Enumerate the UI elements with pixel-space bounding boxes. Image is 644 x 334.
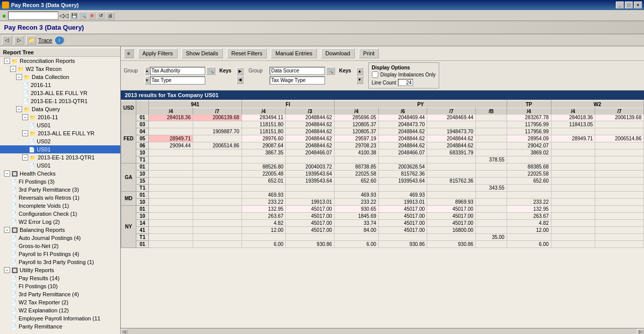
data-cell: 45017.00	[427, 206, 476, 213]
tree-w2-error-log[interactable]: 📄 W2 Error Log (2)	[0, 218, 120, 226]
data-cell: 469.93	[242, 192, 286, 199]
arrow2-down[interactable]: ▼	[356, 76, 363, 84]
tree-gross-to-net[interactable]: 📄 Gross-to-Net (2)	[0, 242, 120, 250]
tree-data-query[interactable]: − 📁 Data Query	[0, 105, 120, 113]
col-w2: W2	[551, 101, 643, 108]
back-icon[interactable]: ◁	[2, 36, 12, 45]
forward-icon[interactable]: ▷	[14, 36, 24, 45]
print-button[interactable]: Print	[359, 48, 379, 58]
tree-2013-all-ee-dc[interactable]: 📄 2013-ALL EE FULL YR	[0, 89, 120, 97]
find-icon[interactable]: 🔍	[78, 12, 88, 20]
tree-2013-all-dq[interactable]: − 📁 2013-ALL EE FULL YR	[0, 129, 120, 137]
toggle-dq[interactable]: −	[16, 106, 22, 112]
group1-lookup[interactable]: 🔍	[206, 67, 215, 75]
scroll-right[interactable]: ▷	[637, 329, 644, 335]
print-icon[interactable]: 🖨	[106, 12, 115, 20]
toggle-dc[interactable]: −	[16, 74, 22, 80]
stop-icon[interactable]: ⊗	[88, 12, 97, 20]
tree-payroll-3rd[interactable]: 📄 Payroll to 3rd Party Posting (1)	[0, 258, 120, 266]
close-button[interactable]: ×	[634, 2, 642, 9]
refresh-icon[interactable]: ↺	[97, 12, 106, 20]
tree-us01-ee1[interactable]: 📄 US01	[0, 161, 120, 170]
maximize-button[interactable]: □	[625, 2, 633, 9]
tree-payroll-fi[interactable]: 📄 Payroll to FI Postings (4)	[0, 250, 120, 258]
toggle-2013all[interactable]: −	[22, 130, 28, 136]
toggle-ur[interactable]: −	[4, 267, 10, 273]
group2-lookup[interactable]: 🔍	[326, 67, 335, 75]
filter-icon-btn[interactable]: ≡	[124, 48, 134, 58]
download-button[interactable]: Download	[321, 48, 355, 58]
doc-icon: 📄	[10, 234, 17, 241]
toggle-w2[interactable]: −	[10, 66, 16, 72]
arrow-right[interactable]: ▶	[236, 67, 244, 75]
tree-balancing-reports[interactable]: − 🔲 Balancing Reports	[0, 226, 120, 234]
scroll-left[interactable]: ◁	[121, 329, 128, 335]
group1-field[interactable]	[150, 67, 205, 75]
tree-data-collection[interactable]: − 📁 Data Collection	[0, 73, 120, 81]
imbalances-checkbox[interactable]	[372, 71, 378, 78]
tree-us01-2016[interactable]: 📄 US01	[0, 121, 120, 129]
group1-down[interactable]: ▼	[145, 76, 149, 85]
tree-health-checks[interactable]: − 🔲 Health Checks	[0, 170, 120, 178]
tree-w2-reporter[interactable]: 📄 W2 Tax Reporter (2)	[0, 298, 120, 306]
tree-fi-postings[interactable]: 📄 FI Postings (3)	[0, 178, 120, 186]
manual-entries-button[interactable]: Manual Entries	[271, 48, 316, 58]
data-cell	[595, 121, 644, 128]
search-input[interactable]	[8, 12, 58, 20]
tree-reversals[interactable]: 📄 Reversals w/o Retros (1)	[0, 194, 120, 202]
nav-back[interactable]: ◁◁	[59, 12, 68, 19]
group2-sub-field[interactable]	[270, 76, 325, 85]
tree-w2-explanation[interactable]: 📄 W2 Explanation (12)	[0, 306, 120, 314]
tree-us01-selected[interactable]: 📄 US01	[0, 145, 120, 153]
tree-3rd-party[interactable]: 📄 3rd Party Remittance (3)	[0, 186, 120, 194]
tree-us02[interactable]: 📄 US02	[0, 137, 120, 145]
toggle-hc[interactable]: −	[4, 171, 10, 177]
group1-up[interactable]: ▲	[145, 67, 149, 75]
show-details-button[interactable]: Show Details	[182, 48, 223, 58]
apply-filters-button[interactable]: Apply Filters	[138, 48, 178, 58]
tree-reconciliation-reports[interactable]: − 📁 Reconciliation Reports	[0, 57, 120, 65]
tree-w2-tax-recon[interactable]: − 📁 W2 Tax Recon	[0, 65, 120, 73]
doc-icon: 📄	[10, 210, 17, 217]
tree-utility-reports[interactable]: − 🔲 Utility Reports	[0, 266, 120, 274]
info-icon[interactable]: i	[54, 36, 64, 45]
line-count-input[interactable]	[398, 79, 413, 86]
save-icon[interactable]: 💾	[69, 12, 78, 20]
toggle-reconciliation[interactable]: −	[4, 58, 10, 64]
tree-pay-results[interactable]: 📄 Pay Results (14)	[0, 274, 120, 282]
bottom-scroll[interactable]: ◁ ▷	[121, 328, 644, 334]
tree-config-check[interactable]: 📄 Configuration Check (1)	[0, 210, 120, 218]
arrow-left[interactable]: ◀	[236, 76, 244, 84]
minimize-button[interactable]: _	[616, 2, 624, 9]
data-cell	[551, 156, 595, 163]
trace-label[interactable]: Trace	[38, 37, 52, 43]
tree-panty-remittance[interactable]: 📄 Panty Remittance	[0, 322, 120, 330]
folder-icon[interactable]: 📁	[26, 36, 36, 45]
tree-3rd-party-util[interactable]: 📄 3rd Party Remittance (4)	[0, 290, 120, 298]
tree-incomplete-voids[interactable]: 📄 Incomplete Voids (1)	[0, 202, 120, 210]
node-label: Pay Results (14)	[19, 275, 59, 281]
data-cell: 8969.93	[427, 199, 476, 206]
data-cell	[595, 234, 644, 241]
data-cell: 2048473.70	[378, 121, 427, 128]
group2-field[interactable]	[270, 67, 325, 75]
data-cell	[595, 192, 644, 199]
tree-fi-postings-util[interactable]: 📄 FI Postings (10)	[0, 282, 120, 290]
toggle-br[interactable]: −	[4, 227, 10, 233]
tree-2016-11-dq[interactable]: − 📁 2016-11	[0, 113, 120, 121]
data-cell: 28954.09	[507, 135, 551, 142]
data-cell	[427, 171, 476, 178]
reset-filters-button[interactable]: Reset Filters	[227, 48, 267, 58]
data-cell: 45017.00	[286, 220, 335, 227]
tree-2016-11-dc[interactable]: 📄 2016-11	[0, 81, 120, 89]
tree-auto-journal[interactable]: 📄 Auto Journal Postings (4)	[0, 234, 120, 242]
toggle-2013ee[interactable]: −	[22, 154, 28, 160]
tree-2013-ee1-dc[interactable]: 📄 2013-EE-1 2013-QTR1	[0, 97, 120, 105]
window-controls[interactable]: _ □ ×	[616, 2, 642, 9]
arrow2-up[interactable]: ▲	[356, 67, 363, 75]
tree-2013-ee1-dq[interactable]: − 📁 2013-EE-1 2013-QTR1	[0, 153, 120, 161]
group2-label: Group	[249, 68, 269, 73]
toggle-2016[interactable]: −	[22, 114, 28, 120]
tree-employee-payroll[interactable]: 📄 Employee Payroll Information (11	[0, 314, 120, 322]
group1-sub-field[interactable]	[150, 76, 205, 85]
